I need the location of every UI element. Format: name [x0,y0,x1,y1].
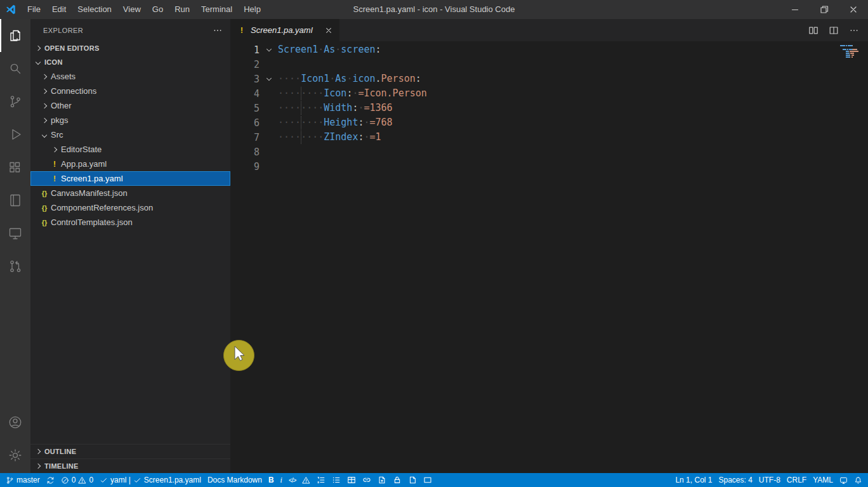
tree-item-controltemplates-json[interactable]: {}ControlTemplates.json [30,215,230,230]
encoding[interactable]: UTF-8 [756,473,784,487]
workspace-folder-section[interactable]: ICON [30,55,230,69]
code-line-2[interactable] [278,57,868,72]
chevron-right-icon [33,450,43,453]
menu-run[interactable]: Run [169,0,195,19]
gutter-line-9: 9 [230,159,278,174]
tree-item-assets[interactable]: Assets [30,69,230,84]
code-token: · [318,44,324,55]
gutter-line-4: 4 [230,86,278,101]
split-editor-icon[interactable] [825,22,843,39]
activity-bar-search[interactable] [0,52,30,85]
tree-item-app-pa-yaml[interactable]: !App.pa.yaml [30,157,230,171]
explorer-more-actions-icon[interactable] [213,25,223,36]
tree-item-screen1-pa-yaml[interactable]: !Screen1.pa.yaml [30,171,230,186]
file-tree: AssetsConnectionsOtherpkgsSrcEditorState… [30,69,230,230]
editor-gutter: 123456789 [230,42,278,473]
insert-image[interactable] [374,473,390,487]
code-line-1[interactable]: Screen1·As·screen: [278,42,868,57]
tree-item-pkgs[interactable]: pkgs [30,113,230,127]
activity-bar-manage[interactable] [0,439,30,472]
menu-edit[interactable]: Edit [46,0,72,19]
tree-item-label: Connections [51,86,96,96]
fold-down-icon[interactable] [260,75,278,84]
outline-section[interactable]: OUTLINE [30,444,230,458]
tree-item-editorstate[interactable]: EditorState [30,142,230,157]
format-bold[interactable]: B [265,473,277,487]
code-line-8[interactable] [278,145,868,159]
cursor-position[interactable]: Ln 1, Col 1 [672,473,715,487]
code-area[interactable]: Screen1·As·screen:····Icon1·As·icon.Pers… [278,42,868,473]
remote-indicator[interactable] [836,473,851,487]
tree-item-canvasmanifest-json[interactable]: {}CanvasManifest.json [30,186,230,200]
activity-bar-github-pull-requests[interactable] [0,250,30,283]
docs-markdown[interactable]: Docs Markdown [204,473,265,487]
code-line-6[interactable]: ········Height:·=768 [278,115,868,130]
menu-go[interactable]: Go [147,0,169,19]
status-bar: master00yaml |Screen1.pa.yamlDocs Markdo… [0,473,868,487]
insert-bullet-list[interactable] [329,473,344,487]
format-italic[interactable]: i [277,473,286,487]
git-branch[interactable]: master [3,473,43,487]
yaml-status[interactable]: yaml |Screen1.pa.yaml [96,473,204,487]
open-editors-section[interactable]: OPEN EDITORS [30,41,230,55]
eol[interactable]: CRLF [784,473,810,487]
language-mode[interactable]: YAML [810,473,836,487]
menu-file[interactable]: File [22,0,46,19]
activity-bar-source-control[interactable] [0,85,30,118]
insert-lock[interactable] [390,473,405,487]
gear-icon [8,448,23,463]
activity-bar-notebook[interactable] [0,184,30,217]
insert-numbered-list[interactable] [313,473,329,487]
insert-link[interactable] [359,473,374,487]
format-code[interactable]: </> [286,473,299,487]
insert-table[interactable] [344,473,359,487]
menu-terminal[interactable]: Terminal [195,0,238,19]
tree-item-label: CanvasManifest.json [51,188,128,198]
fold-down-icon[interactable] [260,46,278,55]
problems[interactable]: 00 [58,473,96,487]
code-token: : [416,73,421,84]
minimize-button[interactable] [780,0,810,19]
tree-item-componentreferences-json[interactable]: {}ComponentReferences.json [30,200,230,215]
activity-bar-remote-explorer[interactable] [0,217,30,250]
chevron-right-icon [39,104,49,108]
insert-include[interactable] [405,473,420,487]
code-line-5[interactable]: ········Width:·=1366 [278,101,868,115]
code-token: ···· [278,73,301,84]
code-line-9[interactable] [278,159,868,174]
tree-item-other[interactable]: Other [30,98,230,113]
restore-button[interactable] [810,0,839,19]
menu-selection[interactable]: Selection [72,0,117,19]
menu-view[interactable]: View [117,0,147,19]
more-actions-icon[interactable] [845,22,863,39]
code-token: =1366 [364,102,392,114]
github-pr-icon [8,259,23,274]
close-button[interactable] [839,0,868,19]
close-tab-icon[interactable] [324,26,333,35]
activity-bar-extensions[interactable] [0,151,30,184]
activity-bar-explorer[interactable] [0,19,30,52]
notifications[interactable] [851,473,865,487]
json-file-icon: {} [39,204,49,212]
indentation[interactable]: Spaces: 4 [715,473,755,487]
activity-bar-accounts[interactable] [0,406,30,439]
code-line-7[interactable]: ········ZIndex:·=1 [278,130,868,145]
code-line-3[interactable]: ····Icon1·As·icon.Person: [278,72,868,86]
timeline-section[interactable]: TIMELINE [30,458,230,473]
open-changes-icon[interactable] [805,22,822,39]
insert-alert[interactable] [299,473,313,487]
json-file-icon: {} [39,219,49,226]
tree-item-label: ComponentReferences.json [51,203,153,212]
menu-help[interactable]: Help [238,0,266,19]
tree-item-connections[interactable]: Connections [30,84,230,98]
minimap[interactable] [840,45,859,62]
insert-snippet[interactable] [420,473,435,487]
chevron-right-icon [39,75,49,79]
code-line-4[interactable]: ········Icon:·=Icon.Person [278,86,868,101]
tab-screen1-pa-yaml[interactable]: ! Screen1.pa.yaml [230,19,339,41]
remote-icon [839,476,848,484]
tree-item-src[interactable]: Src [30,127,230,142]
sync-changes[interactable] [43,473,58,487]
code-token: Width [324,102,352,114]
activity-bar-run-and-debug[interactable] [0,118,30,151]
